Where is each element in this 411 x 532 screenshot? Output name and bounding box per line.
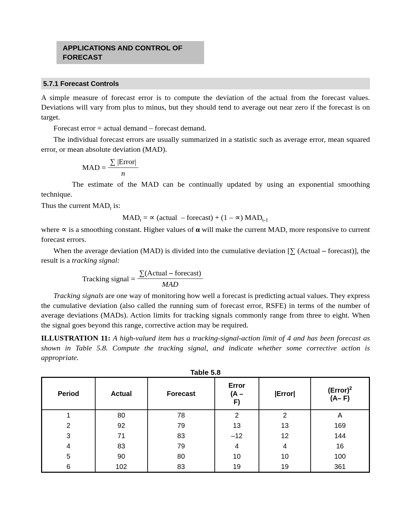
col-sq-error: (Error)2(A– F) — [311, 378, 369, 410]
text: where ∝ is a smoothing constant. Higher … — [41, 225, 196, 234]
table-row: 37183–1212144 — [42, 431, 370, 441]
text: forecast) — [173, 269, 201, 277]
cell-forecast: 78 — [148, 410, 215, 420]
table-5-8: Period Actual Forecast Error(A –F) |Erro… — [41, 377, 370, 473]
col-error: Error(A –F) — [215, 378, 259, 410]
paragraph: When the average deviation (MAD) is divi… — [41, 246, 370, 265]
text: When the average deviation (MAD) is divi… — [53, 246, 322, 255]
cell-abserror: 10 — [259, 451, 311, 461]
cell-error: 13 — [215, 420, 259, 431]
cell-period: 6 — [42, 461, 95, 472]
cell-period: 4 — [42, 441, 95, 451]
cell-actual: 83 — [95, 441, 148, 451]
text: Thus the current MAD — [41, 201, 110, 210]
table-body: 1807822A29279131316937183–12121444837944… — [42, 410, 370, 472]
cell-period: 3 — [42, 431, 95, 441]
cell-sqerror: 100 — [311, 451, 369, 461]
table-row: 292791313169 — [42, 420, 370, 431]
paragraph: Forecast error = actual demand – forecas… — [41, 123, 370, 133]
cell-sqerror: 144 — [311, 431, 369, 441]
text: ∑(Actual — [139, 269, 169, 277]
denominator: n — [119, 168, 127, 178]
table-row: 6102831919361 — [42, 461, 370, 472]
alpha-symbol: α — [196, 225, 200, 234]
dash: – — [322, 246, 326, 255]
denominator: MAD — [160, 279, 180, 289]
cell-actual: 92 — [95, 420, 148, 431]
paragraph: where ∝ is a smoothing constant. Higher … — [41, 225, 370, 244]
paragraph: The individual forecast errors are usual… — [41, 135, 370, 154]
paragraph: Tracking signals are one way of monitori… — [41, 291, 370, 330]
col-abs-error: |Error| — [259, 378, 311, 410]
table-row: 1807822A — [42, 410, 370, 420]
fraction: ∑(Actual – forecast) MAD — [137, 268, 203, 289]
cell-period: 5 — [42, 451, 95, 461]
cell-period: 2 — [42, 420, 95, 431]
subsection-heading: 5.7.1 Forecast Controls — [41, 78, 370, 89]
cell-sqerror: A — [311, 410, 369, 420]
cell-actual: 102 — [95, 461, 148, 472]
table-header-row: Period Actual Forecast Error(A –F) |Erro… — [42, 378, 370, 410]
cell-error: 19 — [215, 461, 259, 472]
cell-actual: 90 — [95, 451, 148, 461]
term-tracking-signals: Tracking signals — [53, 291, 103, 300]
text: is: — [111, 201, 120, 210]
cell-forecast: 79 — [148, 420, 215, 431]
numerator: ∑ |Error| — [108, 157, 138, 168]
page: APPLICATIONS AND CONTROL OF FORECAST 5.7… — [0, 0, 411, 514]
equation-lhs: MAD = — [82, 163, 106, 173]
cell-error: 10 — [215, 451, 259, 461]
dash: – — [169, 269, 173, 277]
cell-error: –12 — [215, 431, 259, 441]
cell-abserror: 4 — [259, 441, 311, 451]
cell-actual: 80 — [95, 410, 148, 420]
cell-abserror: 2 — [259, 410, 311, 420]
cell-abserror: 19 — [259, 461, 311, 472]
equation-tracking-signal: Tracking signal = ∑(Actual – forecast) M… — [82, 268, 370, 289]
cell-sqerror: 16 — [311, 441, 369, 451]
equation-lhs: Tracking signal = — [82, 274, 135, 284]
col-forecast: Forecast — [148, 378, 215, 410]
cell-abserror: 12 — [259, 431, 311, 441]
equation-madt: MADt = ∝ (actual – forecast) + (1 – ∝) M… — [21, 213, 370, 223]
cell-error: 4 — [215, 441, 259, 451]
term-tracking-signal: tracking signal: — [72, 256, 120, 264]
cell-forecast: 79 — [148, 441, 215, 451]
section-banner: APPLICATIONS AND CONTROL OF FORECAST — [57, 41, 204, 64]
col-actual: Actual — [95, 378, 148, 410]
cell-abserror: 13 — [259, 420, 311, 431]
table-title: Table 5.8 — [41, 368, 370, 377]
col-period: Period — [42, 378, 95, 410]
illustration-label: ILLUSTRATION 11: — [41, 334, 110, 342]
cell-error: 2 — [215, 410, 259, 420]
table-row: 483794416 — [42, 441, 370, 451]
table-row: 590801010100 — [42, 451, 370, 461]
paragraph: A simple measure of forecast error is to… — [41, 93, 370, 122]
paragraph: Thus the current MADt is: — [41, 201, 370, 211]
paragraph: The estimate of the MAD can be continual… — [41, 180, 370, 199]
cell-actual: 71 — [95, 431, 148, 441]
cell-forecast: 83 — [148, 461, 215, 472]
cell-sqerror: 361 — [311, 461, 369, 472]
numerator: ∑(Actual – forecast) — [137, 268, 203, 279]
cell-period: 1 — [42, 410, 95, 420]
cell-sqerror: 169 — [311, 420, 369, 431]
cell-forecast: 80 — [148, 451, 215, 461]
cell-forecast: 83 — [148, 431, 215, 441]
fraction: ∑ |Error| n — [108, 157, 138, 178]
equation-mad: MAD = ∑ |Error| n — [82, 157, 370, 178]
illustration: ILLUSTRATION 11: A high-valued item has … — [41, 333, 370, 363]
